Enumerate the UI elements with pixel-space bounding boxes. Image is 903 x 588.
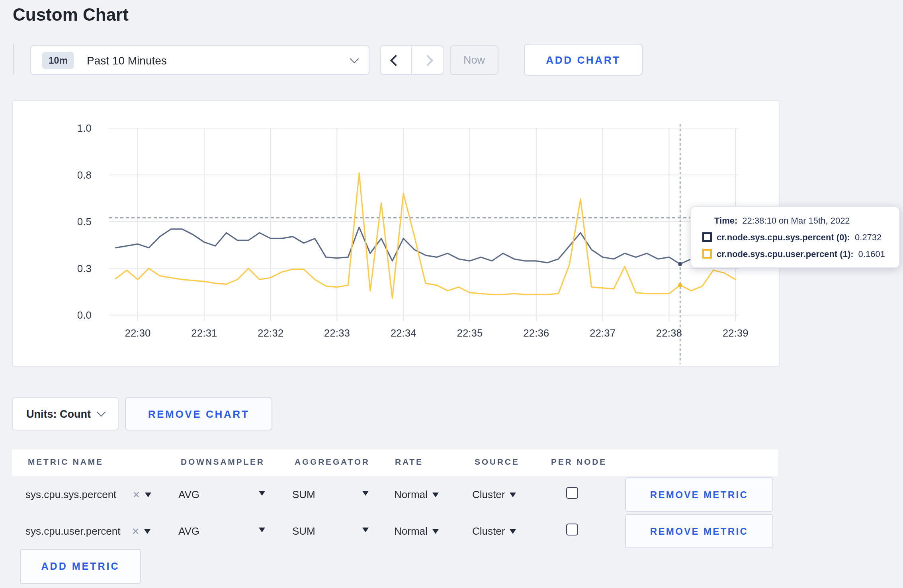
col-header-per-node: PER NODE [551, 457, 607, 466]
svg-text:22:38: 22:38 [656, 327, 682, 339]
downsampler-value: AVG [178, 489, 199, 500]
remove-metric-button[interactable]: REMOVE METRIC [625, 514, 773, 548]
col-header-metric-name: METRIC NAME [28, 457, 104, 466]
chart-tooltip: Time: 22:38:10 on Mar 15th, 2022 cr.node… [690, 206, 900, 268]
remove-x-icon[interactable]: ✕ [132, 489, 140, 500]
toolbar-divider [13, 44, 14, 75]
svg-text:22:31: 22:31 [191, 327, 217, 339]
svg-text:0.0: 0.0 [77, 309, 92, 321]
add-chart-button[interactable]: ADD CHART [524, 44, 643, 76]
caret-down-icon[interactable] [259, 491, 265, 496]
svg-text:22:33: 22:33 [324, 327, 350, 339]
caret-down-icon [432, 492, 439, 497]
time-forward-button[interactable] [412, 46, 443, 74]
chevron-down-icon [97, 408, 106, 417]
tooltip-series-label: cr.node.sys.cpu.user.percent (1): [717, 249, 854, 259]
caret-down-icon [145, 492, 151, 497]
downsampler-select[interactable]: AVG [178, 525, 199, 537]
svg-text:22:35: 22:35 [457, 327, 483, 339]
svg-text:22:39: 22:39 [723, 327, 749, 339]
caret-down-icon[interactable] [362, 491, 369, 496]
tooltip-series-value: 0.1601 [858, 249, 885, 259]
caret-down-icon [432, 529, 439, 533]
downsampler-value: AVG [178, 525, 199, 537]
time-window-select[interactable]: 10m Past 10 Minutes [30, 45, 369, 75]
time-back-button[interactable] [381, 46, 412, 74]
col-header-downsampler: DOWNSAMPLER [181, 457, 265, 466]
time-pager [380, 45, 444, 75]
tooltip-time-row: Time: 22:38:10 on Mar 15th, 2022 [714, 216, 888, 225]
svg-text:22:37: 22:37 [590, 327, 616, 339]
time-window-label: Past 10 Minutes [87, 54, 167, 66]
rate-value: Normal [394, 525, 428, 537]
units-label: Units: Count [26, 408, 91, 420]
series-color-swatch-sys [702, 232, 712, 242]
aggregator-value: SUM [292, 489, 315, 500]
col-header-aggregator: AGGREGATOR [295, 457, 370, 466]
units-select[interactable]: Units: Count [12, 397, 119, 430]
svg-text:1.0: 1.0 [77, 122, 92, 134]
chevron-left-icon [390, 55, 401, 66]
aggregator-select[interactable]: SUM [292, 525, 315, 537]
chart-card: 22:3022:3122:3222:3322:3422:3522:3622:37… [12, 100, 780, 367]
caret-down-icon [510, 529, 516, 533]
downsampler-select[interactable]: AVG [178, 489, 199, 500]
tooltip-series-value: 0.2732 [855, 232, 882, 242]
aggregator-value: SUM [292, 525, 315, 537]
remove-metric-button[interactable]: REMOVE METRIC [625, 477, 773, 512]
svg-text:22:36: 22:36 [523, 327, 549, 339]
svg-text:0.3: 0.3 [77, 263, 92, 275]
svg-text:0.8: 0.8 [77, 169, 92, 181]
source-value: Cluster [472, 525, 505, 537]
metric-name-label: sys.cpu.sys.percent [25, 489, 116, 500]
remove-chart-button[interactable]: REMOVE CHART [125, 397, 272, 430]
tooltip-time-value: 22:38:10 on Mar 15th, 2022 [742, 216, 850, 225]
caret-down-icon [145, 529, 151, 533]
time-window-badge: 10m [42, 51, 74, 69]
per-node-checkbox[interactable] [566, 487, 578, 499]
caret-down-icon[interactable] [362, 528, 369, 532]
source-select[interactable]: Cluster [472, 525, 516, 537]
rate-value: Normal [394, 489, 428, 500]
source-value: Cluster [472, 489, 505, 500]
chevron-right-icon [422, 55, 433, 66]
table-row: sys.cpu.sys.percent ✕ AVG SUM Normal Clu… [0, 476, 903, 512]
chevron-down-icon [350, 54, 359, 63]
rate-select[interactable]: Normal [394, 489, 439, 500]
col-header-rate: RATE [395, 457, 423, 466]
page-title: Custom Chart [13, 5, 129, 25]
svg-text:22:34: 22:34 [391, 327, 416, 339]
caret-down-icon[interactable] [259, 528, 265, 532]
rate-select[interactable]: Normal [394, 525, 439, 537]
caret-down-icon [510, 492, 516, 497]
now-button[interactable]: Now [450, 45, 498, 75]
metric-name-label: sys.cpu.user.percent [25, 525, 120, 537]
metric-name-select[interactable]: sys.cpu.user.percent ✕ [25, 525, 151, 537]
tooltip-series-row: cr.node.sys.cpu.user.percent (1): 0.1601 [702, 249, 888, 259]
aggregator-select[interactable]: SUM [292, 489, 315, 500]
metric-name-select[interactable]: sys.cpu.sys.percent ✕ [25, 489, 151, 500]
add-metric-button[interactable]: ADD METRIC [20, 549, 141, 584]
tooltip-time-label: Time: [714, 216, 737, 225]
remove-x-icon[interactable]: ✕ [131, 526, 139, 537]
tooltip-series-label: cr.node.sys.cpu.sys.percent (0): [717, 232, 850, 242]
custom-chart-page: Custom Chart 10m Past 10 Minutes Now ADD… [0, 0, 903, 588]
svg-text:0.5: 0.5 [77, 216, 92, 228]
metrics-table-header: METRIC NAME DOWNSAMPLER AGGREGATOR RATE … [12, 450, 778, 476]
source-select[interactable]: Cluster [472, 489, 516, 500]
tooltip-series-row: cr.node.sys.cpu.sys.percent (0): 0.2732 [702, 232, 888, 242]
series-color-swatch-user [702, 249, 712, 259]
svg-text:22:32: 22:32 [258, 327, 283, 339]
cpu-usage-chart[interactable]: 22:3022:3122:3222:3322:3422:3522:3622:37… [13, 101, 779, 366]
per-node-checkbox[interactable] [566, 524, 578, 535]
col-header-source: SOURCE [475, 457, 520, 466]
svg-text:22:30: 22:30 [125, 327, 150, 339]
table-row: sys.cpu.user.percent ✕ AVG SUM Normal Cl… [0, 512, 903, 549]
